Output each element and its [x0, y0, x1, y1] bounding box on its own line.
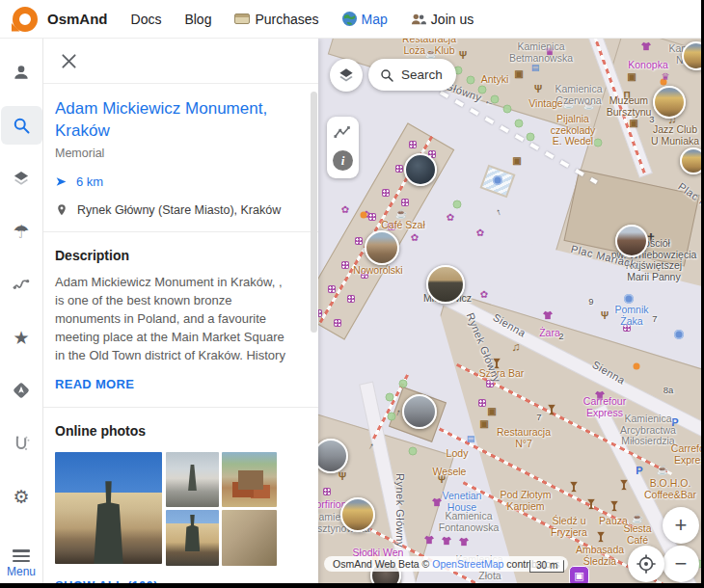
- tree-icon: [409, 447, 418, 456]
- tree-icon: [491, 95, 500, 104]
- fork-icon: Ψ: [438, 475, 446, 485]
- stall-icon: [355, 237, 363, 245]
- dot-icon: [634, 363, 640, 370]
- search-label: Search: [401, 67, 443, 82]
- shirt-icon: [543, 311, 553, 320]
- park-icon: P: [671, 417, 678, 428]
- map-search-button[interactable]: Search: [368, 59, 456, 91]
- stall-icon: [486, 380, 494, 388]
- distance-value: 6 km: [76, 174, 103, 189]
- flower-icon: ✿: [341, 205, 349, 215]
- info-button[interactable]: i: [333, 150, 353, 171]
- panel-scrollbar[interactable]: [311, 92, 317, 333]
- cross-icon: †: [647, 231, 655, 246]
- stall-icon: [341, 261, 349, 269]
- photo-square-view[interactable]: [166, 452, 219, 507]
- plus-icon: +: [675, 513, 688, 538]
- statue-silhouette: [90, 481, 128, 564]
- route-icon: [12, 275, 31, 294]
- zoom-out-button[interactable]: −: [663, 546, 699, 582]
- stall-icon: [478, 399, 486, 407]
- read-more-button[interactable]: READ MORE: [55, 377, 134, 391]
- stall-icon: [318, 309, 322, 317]
- sidebar-menu-button[interactable]: Menu: [7, 549, 36, 578]
- sidebar-item-account[interactable]: [1, 53, 42, 92]
- stall-icon: [334, 319, 341, 327]
- map-canvas[interactable]: ☕☕☕☕☕☕ΨΨΨΨΨΨ♫♫†✿✿✿✿✿✿PP▣▣▣▣▣▣▤▤♛Π↑↑↑Rest…: [318, 39, 704, 588]
- pic-icon: ▣: [629, 119, 637, 128]
- nav-map[interactable]: Map: [342, 12, 388, 27]
- distance-row[interactable]: 6 km: [55, 174, 292, 189]
- stall-icon: [328, 285, 336, 293]
- pic-icon: ▣: [514, 69, 523, 79]
- sidebar-item-weather[interactable]: ☂: [1, 212, 42, 251]
- stall-icon: [623, 324, 631, 332]
- photo-monument-front[interactable]: [55, 452, 162, 564]
- location-pin-icon: [55, 203, 68, 217]
- stall-icon: [368, 213, 376, 221]
- photo-marker[interactable]: [653, 86, 686, 119]
- cup-icon: ☕: [563, 99, 575, 109]
- fork-icon: Ψ: [601, 311, 609, 321]
- photo-marker[interactable]: [340, 497, 375, 532]
- photo-marker[interactable]: [402, 394, 437, 429]
- tree-icon: [399, 380, 408, 388]
- photo-marker[interactable]: [365, 230, 399, 265]
- dot-icon: [361, 212, 367, 219]
- tree-icon: [386, 393, 394, 402]
- flower-icon: ✿: [476, 228, 484, 238]
- tree-icon: [503, 105, 512, 114]
- note-icon: ♫: [512, 341, 521, 353]
- nav-purchases[interactable]: Purchases: [234, 12, 318, 27]
- tree-icon: [594, 139, 603, 147]
- nav-join-us[interactable]: Join us: [411, 12, 474, 27]
- place-subtitle: Memorial: [55, 147, 292, 160]
- cup-icon: ☕: [583, 100, 595, 110]
- sidebar-item-plugins[interactable]: [1, 424, 42, 463]
- sidebar-item-navigation[interactable]: [1, 371, 42, 410]
- photo-marker[interactable]: [615, 225, 648, 257]
- close-panel-button[interactable]: [56, 48, 81, 73]
- photo-monument-closeup[interactable]: [166, 510, 219, 566]
- fountain-icon: [493, 175, 502, 185]
- museum-icon: Π: [623, 92, 630, 101]
- minus-icon: −: [675, 551, 688, 576]
- top-navbar: OsmAnd Docs Blog Purchases Map Join us: [0, 0, 704, 39]
- cup-icon: ☕: [425, 49, 437, 59]
- arrow-icon: ↑: [495, 206, 502, 217]
- sidebar-item-settings[interactable]: ⚙: [1, 477, 42, 516]
- stall-icon: [361, 271, 368, 279]
- nav-blog[interactable]: Blog: [184, 12, 211, 27]
- sidebar-item-search[interactable]: [1, 106, 42, 145]
- zoom-in-button[interactable]: +: [663, 507, 699, 544]
- photos-heading: Online photos: [43, 408, 318, 439]
- umbrella-icon: ☂: [13, 223, 29, 241]
- place-title: Adam Mickiewicz Monument, Kraków: [55, 97, 292, 142]
- bed-icon: ▤: [467, 435, 475, 443]
- openstreetmap-link[interactable]: OpenStreetMap: [432, 558, 503, 570]
- pic-icon: ▣: [479, 419, 488, 429]
- photo-aerial-view[interactable]: [222, 452, 277, 507]
- locate-me-button[interactable]: [628, 546, 664, 582]
- cup-icon: ☕: [632, 514, 643, 523]
- person-icon: [12, 63, 31, 82]
- left-rail: ☂ ★ ⚙ Menu: [0, 39, 43, 588]
- sidebar-item-favorites[interactable]: ★: [1, 318, 42, 357]
- fork-icon: Ψ: [338, 472, 346, 482]
- photo-historic-sepia[interactable]: [222, 510, 277, 566]
- photo-marker[interactable]: [404, 153, 437, 186]
- sidebar-item-tracks[interactable]: [1, 265, 42, 304]
- osmand-logo-icon[interactable]: [13, 7, 38, 32]
- flower-icon: ✿: [447, 213, 454, 223]
- sidebar-item-configure-map[interactable]: [1, 159, 42, 198]
- map-layers-button[interactable]: [330, 59, 363, 92]
- hamburger-menu-icon: [13, 549, 30, 562]
- track-analyze-icon[interactable]: [334, 124, 353, 140]
- description-heading: Description: [43, 232, 318, 263]
- pic-icon: ▣: [627, 72, 636, 82]
- stall-icon: [323, 488, 331, 495]
- nav-docs[interactable]: Docs: [131, 12, 162, 27]
- photo-marker[interactable]: [426, 265, 465, 304]
- stall-icon: [382, 189, 390, 197]
- track-tools-card: i: [327, 117, 359, 178]
